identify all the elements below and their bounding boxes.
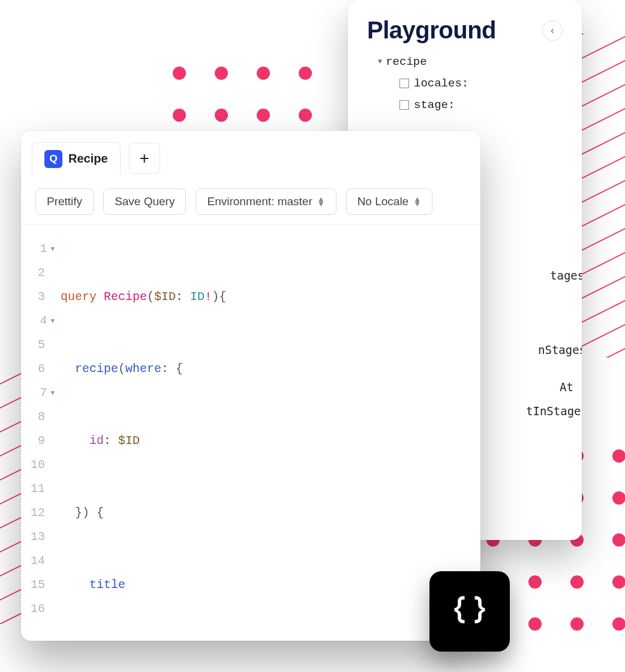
explorer-arg-label: stage: [414,94,455,116]
code-editor[interactable]: 1▼234▼567▼8910111213141516 query Recipe(… [21,225,480,641]
line-number: 5 [31,333,55,357]
svg-point-39 [299,109,312,122]
select-label: No Locale [357,195,409,208]
line-number: 10 [31,453,55,477]
playground-title: Playground [367,17,496,44]
line-number: 1▼ [31,237,55,261]
line-number: 6 [31,357,55,381]
environment-select[interactable]: Environment: master ▲▼ [196,188,336,215]
fragment-text: tages [550,264,582,288]
explorer-arg-stage[interactable]: stage: [399,94,563,116]
line-number: 11 [31,477,55,501]
svg-point-32 [173,67,186,80]
caret-down-icon: ▼ [378,55,382,69]
schema-explorer: ▼ recipe locales: stage: [367,51,563,116]
svg-point-51 [612,575,625,589]
add-tab-button[interactable]: + [129,143,160,174]
code-braces-badge [429,571,510,652]
locale-select[interactable]: No Locale ▲▼ [346,188,432,215]
line-number: 16 [31,597,55,621]
editor-tabs: Q Recipe + [21,131,480,179]
svg-point-49 [528,575,542,589]
checkbox-icon [399,79,409,88]
decoration-dots-top [171,65,315,125]
explorer-arg-locales[interactable]: locales: [399,73,563,94]
svg-point-41 [612,449,625,463]
query-badge-icon: Q [44,150,62,168]
line-number: 4▼ [31,309,55,333]
fragment-text: tInStages [526,400,582,424]
explorer-overflow-fragments: tages nStages At tInStages [526,264,582,424]
line-number: 15 [31,573,55,597]
fragment-text: At [560,376,582,400]
svg-point-53 [528,617,542,631]
explorer-root-label: recipe [386,51,426,73]
explorer-arg-label: locales: [414,73,468,94]
line-number: 14 [31,549,55,573]
line-number: 8 [31,405,55,429]
fold-caret-icon[interactable]: ▼ [50,314,55,328]
tab-recipe[interactable]: Q Recipe [32,142,121,175]
line-number: 2 [31,261,55,285]
svg-point-43 [612,491,625,505]
fragment-text: nStages [538,338,582,362]
svg-point-54 [570,617,584,631]
svg-point-50 [570,575,584,589]
svg-point-37 [215,109,228,122]
select-label: Environment: master [207,195,312,208]
svg-point-35 [299,67,312,80]
button-label: Save Query [115,195,175,208]
svg-point-33 [215,67,228,80]
chevron-left-icon: ‹ [551,25,554,36]
code-lines: query Recipe($ID: ID!){ recipe(where: { … [61,237,226,641]
checkbox-icon [399,100,409,110]
fold-caret-icon[interactable]: ▼ [50,242,55,256]
plus-icon: + [139,149,149,168]
editor-panel: Q Recipe + Prettify Save Query Environme… [21,131,480,641]
editor-toolbar: Prettify Save Query Environment: master … [21,179,480,225]
braces-icon [449,591,490,632]
tab-label: Recipe [68,152,108,166]
prettify-button[interactable]: Prettify [35,188,94,215]
svg-point-38 [257,109,270,122]
explorer-root-recipe[interactable]: ▼ recipe [367,51,563,73]
line-gutter: 1▼234▼567▼8910111213141516 [31,237,61,641]
line-number: 9 [31,429,55,453]
line-number: 12 [31,501,55,525]
svg-point-47 [612,533,625,547]
save-query-button[interactable]: Save Query [103,188,186,215]
sort-arrows-icon: ▲▼ [317,197,325,206]
line-number: 13 [31,525,55,549]
svg-point-55 [612,617,625,631]
svg-point-36 [173,109,186,122]
button-label: Prettify [47,195,82,208]
sort-arrows-icon: ▲▼ [413,197,421,206]
collapse-button[interactable]: ‹ [542,20,563,41]
fold-caret-icon[interactable]: ▼ [50,386,55,400]
svg-point-34 [257,67,270,80]
line-number: 7▼ [31,381,55,405]
line-number: 3 [31,285,55,309]
